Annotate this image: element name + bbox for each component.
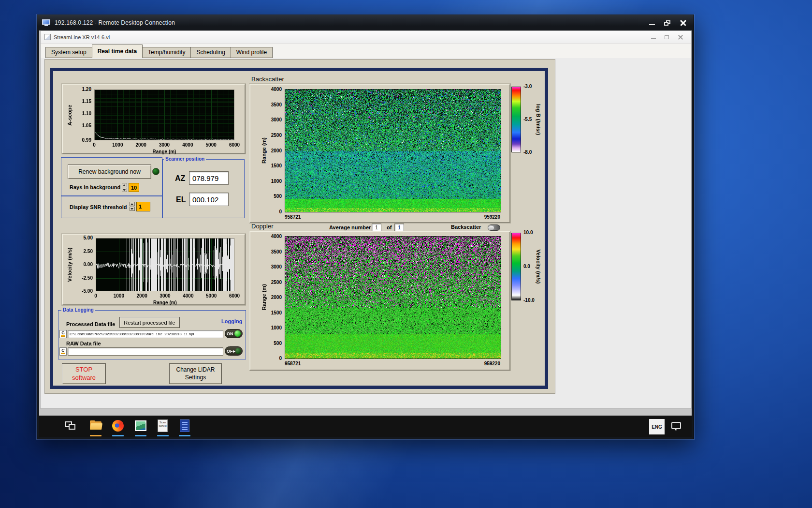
desktop-wallpaper: 192.168.0.122 - Remote Desktop Connectio…	[0, 0, 812, 508]
axis-tick-label: 1.10	[72, 111, 91, 116]
tab-bar: System setupReal time dataTemp/humidityS…	[41, 44, 691, 58]
colorbar-tick-label: -5.5	[523, 117, 532, 122]
renew-background-button[interactable]: Renew background now	[68, 164, 151, 179]
tab-real-time-data[interactable]: Real time data	[92, 45, 143, 58]
file-explorer-icon[interactable]	[89, 419, 102, 433]
snr-spinner[interactable]	[130, 202, 135, 211]
rdp-titlebar[interactable]: 192.168.0.122 - Remote Desktop Connectio…	[37, 15, 694, 30]
raw-path-field[interactable]	[68, 347, 223, 356]
drive-c-icon[interactable]: C	[59, 330, 67, 338]
firefox-running-indicator	[112, 435, 124, 436]
backscatter-chart: 40003500300025002000150010005000Range (m…	[249, 84, 510, 223]
snr-value-field[interactable]: 1	[136, 202, 150, 211]
app-close-button[interactable]	[674, 33, 687, 42]
rdp-minimize-button[interactable]	[644, 17, 660, 28]
colorbar-tick-label: -8.0	[523, 149, 532, 155]
change-lidar-settings-button[interactable]: Change LiDAR Settings	[169, 363, 222, 384]
average-total-field[interactable]: 1	[394, 224, 404, 232]
rdp-title: 192.168.0.122 - Remote Desktop Connectio…	[55, 19, 175, 26]
velocity-chart: 5.002.500.00-2.50-5.00010002000300040005…	[62, 234, 246, 305]
el-label: EL	[176, 195, 186, 204]
rays-spinner[interactable]	[122, 183, 127, 192]
raw-off-label: OFF	[227, 349, 235, 354]
axis-tick-label: 3000	[156, 293, 175, 299]
scanner-position-group: Scanner position AZ 078.979 EL 000.102	[162, 159, 245, 218]
change-label-line1: Change LiDAR	[176, 366, 215, 374]
axis-tick-label: 6000	[225, 142, 244, 148]
axis-tick-label: 1000	[267, 325, 282, 330]
drive-c-icon[interactable]: C	[59, 347, 67, 356]
photos-icon[interactable]	[134, 419, 147, 433]
scan-sched-icon-label: Scan sched	[158, 419, 168, 432]
restart-processed-file-button[interactable]: Restart processed file	[119, 317, 180, 328]
colorbar-tick-label: -3.0	[523, 84, 532, 89]
language-indicator[interactable]: ENG	[649, 419, 665, 434]
axis-tick-label: 2000	[267, 295, 282, 300]
axis-tick-label: 2000	[132, 293, 152, 299]
axis-tick-label: 959220	[462, 214, 500, 220]
axis-tick-label: 0	[86, 293, 105, 299]
rdp-close-button[interactable]	[675, 17, 691, 28]
app-restore-button[interactable]	[660, 33, 674, 42]
scan-sched-running-indicator	[157, 435, 169, 436]
logging-label: Logging	[220, 318, 244, 324]
processed-path-field[interactable]: C:\Lidar\Data\Proc\2023\202309\20230913\…	[68, 330, 223, 338]
rdp-restore-button[interactable]	[660, 17, 675, 28]
app-titlebar[interactable]: StreamLine XR v14-6.vi	[41, 31, 691, 44]
axis-tick-label: 958721	[285, 361, 323, 366]
axis-tick-label: 2.50	[73, 249, 93, 254]
tab-system-setup[interactable]: System setup	[45, 47, 92, 58]
axis-tick-label: 4000	[178, 293, 198, 299]
doppler-colorbar-area: 10.00.0-10.0Velocity (m/s)	[511, 232, 550, 309]
x-axis-label: Range (m)	[96, 300, 234, 305]
ascope-chart: 1.201.151.101.050.9901000200030004000500…	[62, 84, 246, 154]
stop-software-button[interactable]: STOP software	[62, 363, 106, 384]
logging-on-label: ON	[227, 331, 233, 336]
backscatter-title: Backscatter	[251, 75, 284, 83]
az-value-field[interactable]: 078.979	[189, 171, 229, 185]
remote-desktop-icon	[42, 19, 51, 27]
colorbar-tick-label: -10.0	[523, 298, 535, 303]
firefox-icon[interactable]	[112, 419, 124, 433]
app-minimize-button[interactable]	[647, 33, 660, 42]
colorbar-axis-label: Velocity (m/s)	[536, 250, 541, 284]
axis-tick-label: 2000	[131, 142, 151, 148]
axis-tick-label: 4000	[267, 234, 282, 239]
scan-sched-icon[interactable]: Scan sched	[157, 419, 169, 433]
axis-tick-label: 1000	[108, 142, 127, 148]
stop-label-line2: software	[72, 374, 96, 382]
axis-tick-label: 2000	[267, 148, 282, 153]
axis-tick-label: 3000	[267, 117, 282, 122]
tab-temp-humidity[interactable]: Temp/humidity	[142, 47, 191, 58]
photos-running-indicator	[135, 435, 146, 436]
logging-on-toggle[interactable]: ON	[225, 329, 243, 338]
axis-tick-label: 0.00	[73, 262, 93, 267]
colorbar-tick-label: 10.0	[523, 230, 533, 235]
axis-tick-label: 959220	[462, 361, 500, 366]
notification-chat-icon[interactable]	[671, 422, 681, 429]
axis-tick-label: 1.05	[72, 123, 91, 128]
task-view-icon[interactable]	[64, 419, 77, 433]
backscatter-toggle[interactable]	[488, 224, 500, 231]
raw-logging-toggle[interactable]: OFF	[225, 346, 243, 356]
tab-scheduling[interactable]: Scheduling	[190, 47, 231, 58]
tab-wind-profile[interactable]: Wind profile	[231, 47, 273, 58]
axis-tick-label: 500	[267, 341, 282, 346]
change-label-line2: Settings	[185, 374, 206, 382]
backscatter-toggle-label: Backscatter	[451, 224, 481, 230]
data-logging-group: Data Logging Processed Data file Restart…	[58, 310, 246, 359]
rays-value-field[interactable]: 10	[129, 183, 139, 192]
backscatter-colorbar-area: -3.0-5.5-8.0log B (/m/sr)	[511, 84, 550, 161]
el-value-field[interactable]: 000.102	[189, 193, 229, 206]
background-group: Renew background now Rays in background …	[61, 157, 162, 196]
axis-tick-label: 1500	[267, 310, 282, 315]
average-number-field[interactable]: 1	[372, 224, 381, 232]
raw-data-file-label: RAW Data file	[66, 341, 101, 346]
processed-data-file-label: Processed Data file	[66, 321, 116, 327]
app-icon	[44, 34, 51, 40]
snr-group: Display SNR threshold 1	[61, 196, 162, 218]
axis-tick-label: 1000	[267, 179, 282, 184]
blue-document-icon[interactable]	[178, 419, 191, 433]
axis-tick-label: 1.20	[72, 87, 91, 92]
data-logging-title: Data Logging	[61, 307, 95, 313]
